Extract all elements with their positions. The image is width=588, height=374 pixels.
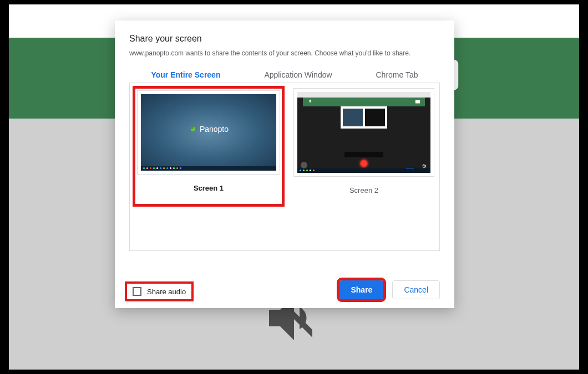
panopto-logo: Panopto <box>189 125 229 134</box>
taskbar-preview <box>141 166 276 171</box>
screen-2-preview <box>294 89 434 176</box>
dialog-footer: Share audio Share Cancel <box>129 251 440 299</box>
share-mode-tabs: Your Entire Screen Application Window Ch… <box>129 67 440 83</box>
tab-chrome-tab[interactable]: Chrome Tab <box>370 67 423 83</box>
screen-picker: Panopto <box>129 83 440 251</box>
share-audio-checkbox[interactable]: Share audio <box>127 284 191 299</box>
tab-entire-screen[interactable]: Your Entire Screen <box>145 67 226 83</box>
share-audio-label: Share audio <box>147 288 186 296</box>
cancel-button[interactable]: Cancel <box>392 280 440 299</box>
mini-mic-icon <box>307 97 313 107</box>
mini-record-icon <box>360 160 368 167</box>
screen-2-label: Screen 2 <box>294 186 434 194</box>
svg-point-1 <box>190 126 193 129</box>
tab-application-window[interactable]: Application Window <box>258 67 337 83</box>
share-screen-dialog: Share your screen www.panopto.com wants … <box>115 21 454 308</box>
mini-gear-icon <box>420 162 427 168</box>
share-audio-input[interactable] <box>133 287 141 296</box>
screen-1-label: Screen 1 <box>138 184 280 192</box>
dialog-subtitle: www.panopto.com wants to share the conte… <box>129 49 440 57</box>
dialog-actions: Share Cancel <box>339 280 440 299</box>
mini-screen-icon <box>415 97 420 107</box>
screen-1-preview: Panopto <box>138 91 280 174</box>
share-button[interactable]: Share <box>339 280 383 299</box>
screen-tile-2[interactable]: Screen 2 <box>294 89 434 245</box>
screen-tile-1[interactable]: Panopto <box>135 89 282 204</box>
dialog-title: Share your screen <box>129 34 440 44</box>
